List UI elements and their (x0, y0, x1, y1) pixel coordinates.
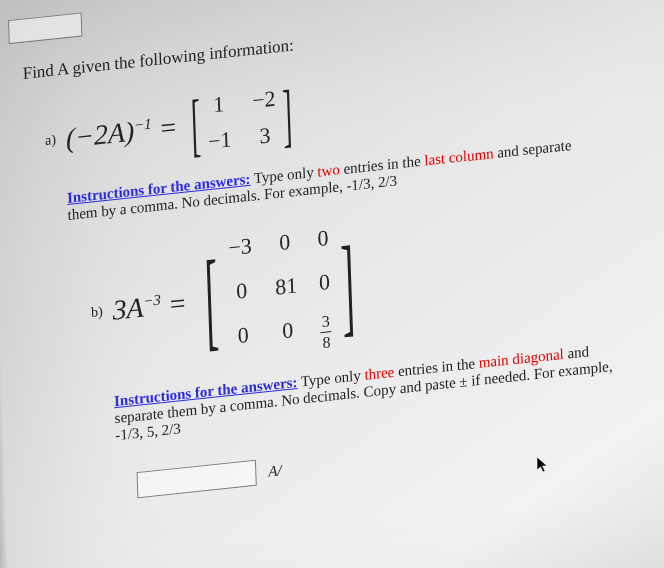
matrix-cell: 81 (275, 272, 298, 300)
matrix-cell-fraction: 38 (320, 313, 332, 351)
matrix-cell: −1 (208, 126, 232, 154)
left-bracket-icon: [ (204, 261, 219, 339)
matrix-cell: 3 (253, 122, 277, 150)
part-b-label: b) (91, 303, 103, 320)
matrix-cell: 0 (231, 321, 256, 361)
matrix-cell: 1 (207, 90, 231, 118)
part-b-answer-input[interactable] (137, 460, 257, 499)
top-answer-input[interactable] (8, 12, 82, 44)
matrix-cell: 0 (319, 269, 331, 296)
answer-format-icon[interactable]: A/ (268, 462, 282, 480)
document-page: Find A given the following information: … (0, 0, 664, 568)
matrix-cell: −2 (252, 86, 276, 114)
instr-count: two (317, 161, 340, 179)
right-bracket-icon: ] (341, 246, 356, 324)
instr-target: last column (424, 145, 494, 168)
matrix-cell: 0 (276, 316, 299, 355)
part-a-lhs: (−2A)−1 = (65, 110, 185, 155)
left-bracket-icon: [ (190, 97, 201, 154)
matrix-cell: 0 (273, 228, 296, 256)
instr-count: three (364, 364, 394, 383)
part-a-label: a) (45, 132, 56, 149)
matrix-cell: −3 (228, 233, 252, 261)
part-b-matrix: −3 0 0 0 81 0 0 0 38 (228, 225, 332, 361)
matrix-cell: 0 (230, 277, 254, 305)
matrix-cell: 0 (317, 225, 329, 252)
part-a-matrix: 1 −2 −1 3 (207, 86, 278, 155)
part-b-lhs: 3A−3 = (112, 286, 194, 327)
right-bracket-icon: ] (282, 87, 293, 144)
